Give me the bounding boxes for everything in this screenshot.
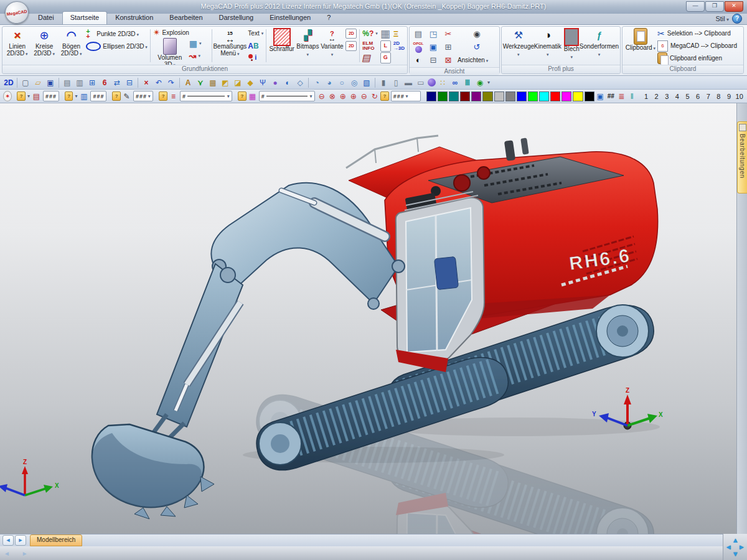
layout-doc-button[interactable]: [379, 40, 392, 52]
dropdown-arrow-icon[interactable]: ▾: [75, 93, 77, 99]
doc-screen-icon[interactable]: ⊟: [124, 77, 135, 88]
cylinder-solid-icon[interactable]: ▮: [378, 77, 389, 88]
zoom-previous-icon[interactable]: ⊖: [317, 91, 326, 101]
view-disc-3-icon[interactable]: ○: [336, 77, 347, 88]
color-swatch[interactable]: [550, 91, 560, 101]
linewidth-icon[interactable]: ≡: [169, 91, 178, 101]
save-icon[interactable]: ▣: [45, 77, 56, 88]
tab-einstellungen[interactable]: Einstellungen: [261, 11, 319, 24]
opengl-button[interactable]: OPGL: [411, 41, 425, 53]
screen-refresh-icon[interactable]: ⊞: [441, 41, 455, 53]
layer-number-8[interactable]: 8: [713, 93, 724, 100]
layer-number-5[interactable]: 5: [682, 93, 693, 100]
open-file-icon[interactable]: ▱: [32, 77, 44, 88]
toolbar-combo[interactable]: ###: [43, 91, 59, 101]
layer-number-1[interactable]: 1: [641, 93, 652, 100]
color-swatch[interactable]: [482, 91, 492, 101]
lock-attributes-icon[interactable]: [17, 91, 26, 101]
zoom-window-icon[interactable]: ⊗: [327, 91, 337, 101]
colorgrid-icon[interactable]: ▦: [248, 91, 257, 101]
page-setup-icon[interactable]: ⊞: [87, 77, 98, 88]
color-swatch[interactable]: [573, 91, 583, 101]
trim-view-icon[interactable]: ✂: [441, 28, 455, 40]
cylinder-hidden-icon[interactable]: ▭: [415, 77, 426, 88]
acad-import-icon[interactable]: A: [182, 77, 194, 88]
maximize-button[interactable]: ❐: [705, 1, 724, 12]
color-swatch[interactable]: [561, 91, 571, 101]
toolbar-combo[interactable]: ###: [90, 91, 106, 101]
zoom-refresh-icon[interactable]: ↻: [370, 91, 379, 101]
camera-icon[interactable]: ◉: [470, 28, 484, 40]
toolbar-combo[interactable]: ###▾: [133, 91, 154, 101]
texture-view-icon[interactable]: ▧: [361, 77, 372, 88]
layer-number-9[interactable]: 9: [724, 93, 735, 100]
lock-screen-icon[interactable]: [65, 91, 73, 101]
help-icon[interactable]: ?: [732, 14, 742, 24]
print-preview-icon[interactable]: ▥: [74, 77, 85, 88]
toolbar-combo[interactable]: #▾: [259, 91, 316, 101]
clipboard-einfuegen-button[interactable]: Clipboard einfügen: [657, 52, 737, 64]
freeform-curve-button[interactable]: [188, 50, 203, 62]
doc-2d-export-button[interactable]: [344, 27, 358, 40]
sonderformen-button[interactable]: Sonderformen: [580, 27, 619, 64]
lock-linewidth-icon[interactable]: [159, 91, 167, 101]
2d-to-3d-button[interactable]: 2D →3D: [392, 40, 406, 52]
elm-info-button[interactable]: ELM INFO: [361, 40, 379, 52]
punkte-button[interactable]: Punkte 2D/3D: [85, 27, 149, 40]
structure-tree-icon[interactable]: ∷: [437, 77, 448, 88]
kinematik-button[interactable]: Kinematik: [534, 27, 561, 64]
clamp-button[interactable]: [392, 27, 406, 40]
tab-scroll-left-icon[interactable]: ◄: [2, 535, 14, 546]
lock-color-icon[interactable]: [380, 91, 389, 101]
color-swatch[interactable]: [505, 91, 515, 101]
color-swatch[interactable]: [539, 91, 549, 101]
close-button[interactable]: ✕: [725, 1, 743, 12]
toolbar-combo[interactable]: ###▾: [391, 91, 421, 101]
binoculars-icon[interactable]: ∞: [449, 77, 461, 88]
color-swatch[interactable]: [528, 91, 538, 101]
rotate-view-icon[interactable]: ↺: [470, 41, 484, 53]
kreise-button[interactable]: Kreise 2D/3D: [31, 27, 57, 64]
bitmaps-button[interactable]: Bitmaps: [296, 27, 319, 64]
style-dropdown[interactable]: Stil: [715, 15, 729, 22]
undo-icon[interactable]: ↶: [153, 77, 164, 88]
boegen-button[interactable]: Bögen 2D/3D: [58, 27, 85, 64]
cube-edit-icon[interactable]: ◳: [426, 28, 440, 40]
toggle-2d3d-icon[interactable]: 2D: [3, 77, 14, 88]
select-move-icon[interactable]: ◩: [220, 77, 231, 88]
screen-split-icon[interactable]: ⊟: [426, 54, 440, 66]
doc-sync-icon[interactable]: ⇄: [111, 77, 123, 88]
pan-control[interactable]: ▲▼◄►: [723, 534, 747, 560]
view-disc-1-icon[interactable]: ◔: [311, 77, 322, 88]
color-swatch[interactable]: [517, 91, 527, 101]
color-swatch[interactable]: [426, 91, 436, 101]
opengl-ball-icon[interactable]: [428, 78, 436, 86]
bemassung-button[interactable]: Bemaßungs Menü: [213, 27, 247, 64]
color-swatch[interactable]: [585, 91, 594, 101]
doc-2d-import-button[interactable]: [344, 40, 358, 52]
tab-help[interactable]: ?: [319, 11, 339, 24]
tab-darstellung[interactable]: Darstellung: [211, 11, 262, 24]
measure-query-button[interactable]: [361, 27, 379, 40]
select-copy-icon[interactable]: ◪: [232, 77, 243, 88]
screen-target-icon[interactable]: ⊠: [441, 54, 455, 66]
status-nav-arrows[interactable]: ◄ ►: [4, 550, 33, 557]
color-swatch[interactable]: [494, 91, 504, 101]
zoom-out-icon[interactable]: ⊖: [359, 91, 369, 101]
layer-number-6[interactable]: 6: [693, 93, 703, 100]
tab-konstruktion[interactable]: Konstruktion: [107, 11, 161, 24]
new-file-icon[interactable]: ▢: [20, 77, 31, 88]
bearbeitungen-tab[interactable]: Bearbeitungen: [737, 121, 747, 194]
cylinder-wire-icon[interactable]: ▯: [390, 77, 402, 88]
globe-icon[interactable]: ◐: [282, 77, 293, 88]
ellipsen-button[interactable]: Ellipsen 2D/3D: [85, 40, 149, 52]
delete-element-icon[interactable]: ×: [141, 77, 152, 88]
lock-linestyle-icon[interactable]: [238, 91, 247, 101]
database-button[interactable]: [361, 52, 379, 64]
print-icon[interactable]: ▤: [62, 77, 73, 88]
minimize-button[interactable]: —: [686, 1, 705, 12]
linien-button[interactable]: Linien 2D/3D: [4, 27, 31, 64]
layers-icon[interactable]: ≣: [617, 91, 626, 101]
selektion-clipboard-button[interactable]: Selektion --> Clipboard: [657, 27, 737, 40]
viewport-fill-icon[interactable]: ▣: [426, 41, 440, 53]
